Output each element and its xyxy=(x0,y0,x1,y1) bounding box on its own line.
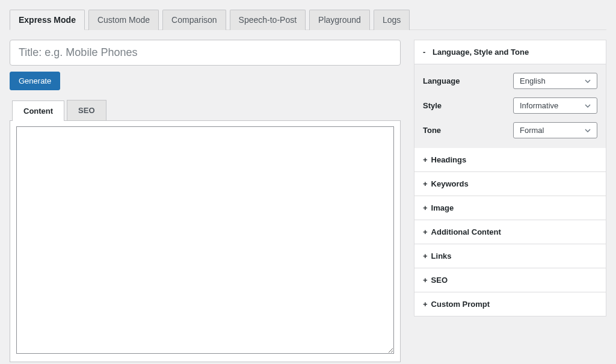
section-title: Language, Style and Tone xyxy=(433,48,529,57)
section-title: Additional Content xyxy=(431,227,501,236)
title-input[interactable] xyxy=(10,40,401,66)
label-style: Style xyxy=(423,101,513,110)
expand-icon: + xyxy=(423,276,428,285)
section-seo[interactable]: + SEO xyxy=(414,268,606,292)
subtab-content[interactable]: Content xyxy=(12,100,64,121)
section-body-language: Language English Style Informative Tone xyxy=(414,64,606,148)
section-links[interactable]: + Links xyxy=(414,244,606,268)
subtab-seo[interactable]: SEO xyxy=(67,100,106,120)
section-title: Links xyxy=(431,251,452,261)
section-headings[interactable]: + Headings xyxy=(414,148,606,172)
sub-tabs: Content SEO xyxy=(12,100,401,120)
label-language: Language xyxy=(423,76,513,85)
content-wrapper xyxy=(10,120,401,362)
section-additional-content[interactable]: + Additional Content xyxy=(414,220,606,244)
tab-express-mode[interactable]: Express Mode xyxy=(10,10,85,30)
expand-icon: + xyxy=(423,300,428,309)
expand-icon: + xyxy=(423,251,428,261)
select-style[interactable]: Informative xyxy=(513,97,597,114)
section-title: SEO xyxy=(431,276,448,285)
tab-comparison[interactable]: Comparison xyxy=(162,10,226,30)
expand-icon: + xyxy=(423,179,428,188)
top-tabs: Express Mode Custom Mode Comparison Spee… xyxy=(10,10,606,30)
expand-icon: + xyxy=(423,203,428,212)
collapse-icon: - xyxy=(423,48,429,57)
section-keywords[interactable]: + Keywords xyxy=(414,172,606,196)
expand-icon: + xyxy=(423,227,428,236)
tab-playground[interactable]: Playground xyxy=(309,10,370,30)
label-tone: Tone xyxy=(423,126,513,135)
tab-logs[interactable]: Logs xyxy=(374,10,410,30)
section-title: Image xyxy=(431,203,454,212)
expand-icon: + xyxy=(423,155,428,164)
select-language[interactable]: English xyxy=(513,73,597,89)
section-title: Keywords xyxy=(431,179,469,188)
section-title: Headings xyxy=(431,155,467,164)
tab-custom-mode[interactable]: Custom Mode xyxy=(88,10,159,30)
section-image[interactable]: + Image xyxy=(414,196,606,220)
section-custom-prompt[interactable]: + Custom Prompt xyxy=(414,292,606,316)
tab-speech-to-post[interactable]: Speech-to-Post xyxy=(230,10,306,30)
settings-panel: - Language, Style and Tone Language Engl… xyxy=(414,40,606,316)
section-title: Custom Prompt xyxy=(431,300,490,309)
select-tone[interactable]: Formal xyxy=(513,122,597,138)
generate-button[interactable]: Generate xyxy=(10,72,60,90)
section-language-style-tone[interactable]: - Language, Style and Tone xyxy=(414,40,606,64)
content-textarea[interactable] xyxy=(16,126,394,354)
